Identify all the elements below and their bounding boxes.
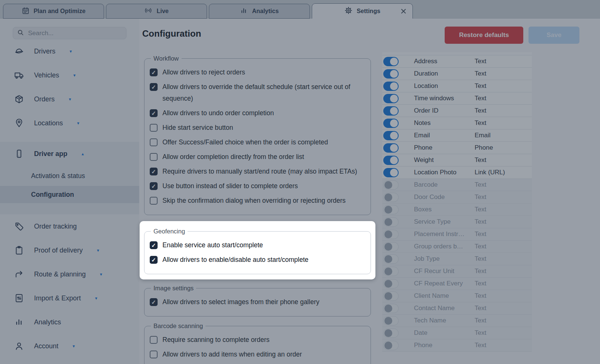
field-name: Weight xyxy=(414,156,475,164)
checkbox-option[interactable]: Allow drivers to select images from thei… xyxy=(150,296,365,308)
sidebar-item-account[interactable]: Account xyxy=(0,334,139,358)
checkbox[interactable] xyxy=(150,138,158,146)
field-toggle[interactable] xyxy=(383,94,399,103)
checkbox-option[interactable]: Allow drivers to add items when editing … xyxy=(150,349,365,360)
sidebar-item-vehicles[interactable]: Vehicles xyxy=(0,63,139,87)
calendar-icon xyxy=(22,7,30,16)
checkbox[interactable] xyxy=(150,336,158,344)
field-toggle[interactable] xyxy=(383,291,399,301)
search-input[interactable] xyxy=(27,29,122,37)
checkbox[interactable] xyxy=(150,241,158,249)
close-tab-icon[interactable] xyxy=(400,8,406,16)
tab-plan-and-optimize[interactable]: Plan and Optimize xyxy=(3,4,104,19)
sidebar-item-orders[interactable]: Orders xyxy=(0,87,139,111)
field-toggle[interactable] xyxy=(383,304,399,313)
field-row: Date Text xyxy=(382,327,532,339)
checkbox[interactable] xyxy=(150,197,158,205)
sidebar-subitem-configuration[interactable]: Configuration xyxy=(0,186,139,203)
field-toggle[interactable] xyxy=(383,341,399,350)
field-toggle[interactable] xyxy=(383,267,399,276)
field-toggle[interactable] xyxy=(383,82,399,91)
tab-live[interactable]: Live xyxy=(106,4,207,19)
field-toggle[interactable] xyxy=(383,242,399,251)
field-type: Text xyxy=(475,181,486,189)
field-toggle[interactable] xyxy=(383,254,399,264)
barcode-scanning-section: Barcode scanning Require scanning to com… xyxy=(144,322,371,364)
field-name: Door Code xyxy=(414,193,475,201)
field-name: Date xyxy=(414,329,475,337)
tab-analytics[interactable]: Analytics xyxy=(209,4,310,19)
field-toggle[interactable] xyxy=(383,143,399,153)
field-toggle[interactable] xyxy=(383,168,399,177)
sidebar-item-analytics[interactable]: Analytics xyxy=(0,310,139,334)
field-toggle[interactable] xyxy=(383,217,399,227)
checkbox-option[interactable]: Enable service auto start/complete xyxy=(150,239,365,251)
checkbox[interactable] xyxy=(150,298,158,306)
field-toggle[interactable] xyxy=(383,131,399,140)
field-toggle[interactable] xyxy=(383,328,399,338)
sidebar-item-driver-app[interactable]: Driver app xyxy=(0,142,139,166)
checkbox-option[interactable]: Require drivers to manually start/end ro… xyxy=(150,166,365,177)
sidebar-item-label: Drivers xyxy=(34,48,55,55)
checkbox[interactable] xyxy=(150,351,158,358)
field-toggle[interactable] xyxy=(383,316,399,325)
field-name: Email xyxy=(414,132,475,139)
field-toggle[interactable] xyxy=(383,119,399,128)
checkbox-option[interactable]: Allow drivers to reject orders xyxy=(150,67,365,78)
save-button[interactable]: Save xyxy=(529,27,579,44)
checkbox[interactable] xyxy=(150,68,158,76)
checkbox-label: Allow drivers to select images from thei… xyxy=(162,296,319,308)
checkbox-option[interactable]: Offer Success/Failed choice when the ord… xyxy=(150,137,365,148)
field-name: Boxes xyxy=(414,206,475,213)
checkbox[interactable] xyxy=(150,109,158,117)
checkbox[interactable] xyxy=(150,83,158,91)
restore-defaults-button[interactable]: Restore defaults xyxy=(445,27,523,44)
field-toggle[interactable] xyxy=(383,69,399,79)
checkbox[interactable] xyxy=(150,168,158,175)
field-name: Placement Instr… xyxy=(414,230,475,238)
field-type: Text xyxy=(475,292,486,300)
sidebar-item-locations[interactable]: Locations xyxy=(0,111,139,135)
sidebar-item-order-tracking[interactable]: Order tracking xyxy=(0,214,139,238)
tab-settings[interactable]: Settings xyxy=(312,3,413,19)
checkbox-option[interactable]: Hide start service button xyxy=(150,122,365,134)
sidebar-item-route-planning[interactable]: Route & planning xyxy=(0,262,139,286)
field-toggle[interactable] xyxy=(383,279,399,288)
checkbox-option[interactable]: Use button instead of slider to complete… xyxy=(150,180,365,192)
checkbox-option[interactable]: Skip the confirmation dialog when overri… xyxy=(150,195,365,207)
field-name: Address xyxy=(414,58,475,65)
checkbox-option[interactable]: Allow drivers to enable/disable auto sta… xyxy=(150,254,365,266)
sidebar-item-drivers[interactable]: Drivers xyxy=(0,39,139,63)
field-toggle[interactable] xyxy=(383,230,399,239)
checkbox[interactable] xyxy=(150,153,158,161)
field-toggle[interactable] xyxy=(383,57,399,66)
sidebar-item-label: Account xyxy=(34,342,58,350)
field-toggle[interactable] xyxy=(383,193,399,202)
field-toggle[interactable] xyxy=(383,180,399,190)
checkbox[interactable] xyxy=(150,182,158,190)
field-toggle[interactable] xyxy=(383,205,399,214)
sidebar-subitem-activation-status[interactable]: Activation & status xyxy=(0,166,139,186)
sidebar-search[interactable] xyxy=(13,27,127,39)
search-icon xyxy=(17,29,24,38)
field-type: Text xyxy=(475,305,486,312)
field-row: Service Type Text xyxy=(382,216,532,228)
field-row: Placement Instr… Text xyxy=(382,228,532,241)
checkbox-option[interactable]: Allow drivers to override the default sc… xyxy=(150,81,365,104)
chevron-down-icon xyxy=(99,272,103,276)
checkbox-option[interactable]: Require scanning to complete orders xyxy=(150,334,365,346)
field-type: Link (URL) xyxy=(475,169,505,176)
chevron-down-icon xyxy=(96,248,100,253)
field-row: CF Recur Unit Text xyxy=(382,265,532,278)
checkbox[interactable] xyxy=(150,124,158,132)
checkbox[interactable] xyxy=(150,256,158,264)
field-row: Order ID Text xyxy=(382,105,532,117)
checkbox-option[interactable]: Allow drivers to undo order completion xyxy=(150,107,365,119)
checkbox-option[interactable]: Allow order completion directly from the… xyxy=(150,151,365,163)
field-toggle[interactable] xyxy=(383,156,399,165)
sidebar-item-proof-of-delivery[interactable]: Proof of delivery xyxy=(0,238,139,262)
field-name: Group orders b… xyxy=(414,243,475,250)
field-type: Text xyxy=(475,70,486,77)
sidebar-item-import-export[interactable]: Import & Export xyxy=(0,286,139,310)
field-toggle[interactable] xyxy=(383,106,399,116)
